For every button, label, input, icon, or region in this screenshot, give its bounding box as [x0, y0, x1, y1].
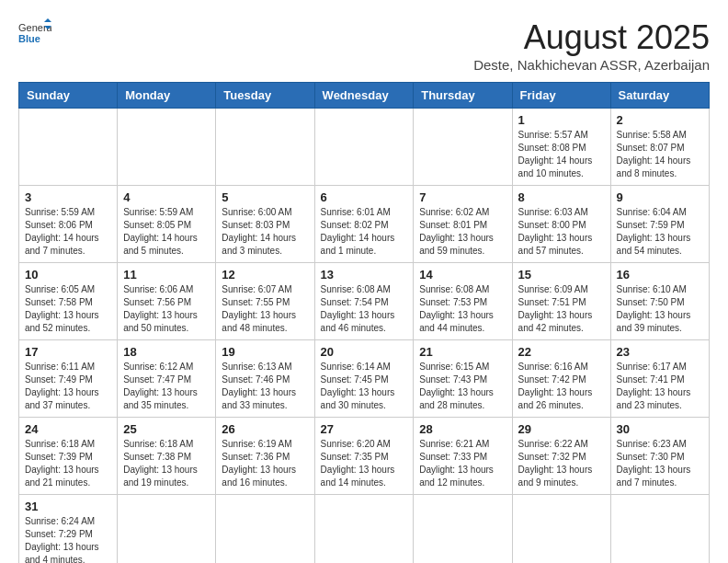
day-info: Sunrise: 5:59 AM Sunset: 8:06 PM Dayligh…: [25, 206, 111, 258]
logo: General Blue: [18, 18, 51, 44]
day-number: 7: [419, 190, 506, 204]
day-number: 12: [222, 268, 308, 282]
calendar-cell: [19, 109, 118, 186]
calendar-table: Sunday Monday Tuesday Wednesday Thursday…: [18, 82, 710, 563]
day-info: Sunrise: 6:17 AM Sunset: 7:41 PM Dayligh…: [617, 361, 703, 412]
calendar-cell: [216, 109, 314, 186]
calendar-week-row-3: 17Sunrise: 6:11 AM Sunset: 7:49 PM Dayli…: [19, 340, 710, 418]
svg-marker-2: [44, 18, 51, 22]
day-info: Sunrise: 6:08 AM Sunset: 7:53 PM Dayligh…: [419, 283, 506, 335]
calendar-cell: [314, 109, 414, 186]
calendar-week-row-1: 3Sunrise: 5:59 AM Sunset: 8:06 PM Daylig…: [19, 186, 710, 263]
calendar-cell: 22Sunrise: 6:16 AM Sunset: 7:42 PM Dayli…: [512, 340, 610, 418]
day-info: Sunrise: 6:02 AM Sunset: 8:01 PM Dayligh…: [419, 206, 506, 258]
col-wednesday: Wednesday: [314, 83, 414, 109]
month-title: August 2025: [473, 18, 710, 57]
day-info: Sunrise: 6:04 AM Sunset: 7:59 PM Dayligh…: [617, 206, 703, 258]
day-info: Sunrise: 6:14 AM Sunset: 7:45 PM Dayligh…: [321, 361, 408, 412]
day-info: Sunrise: 6:08 AM Sunset: 7:54 PM Dayligh…: [321, 283, 408, 335]
calendar-cell: 1Sunrise: 5:57 AM Sunset: 8:08 PM Daylig…: [512, 109, 610, 186]
calendar-cell: 23Sunrise: 6:17 AM Sunset: 7:41 PM Dayli…: [610, 340, 709, 418]
day-number: 18: [123, 345, 210, 359]
calendar-cell: [118, 109, 216, 186]
calendar-cell: 24Sunrise: 6:18 AM Sunset: 7:39 PM Dayli…: [19, 418, 118, 495]
day-number: 19: [222, 345, 308, 359]
day-number: 28: [419, 422, 506, 436]
day-info: Sunrise: 6:11 AM Sunset: 7:49 PM Dayligh…: [25, 361, 111, 412]
day-info: Sunrise: 6:06 AM Sunset: 7:56 PM Dayligh…: [123, 283, 210, 335]
day-number: 21: [419, 345, 506, 359]
col-saturday: Saturday: [610, 83, 709, 109]
calendar-header-row: Sunday Monday Tuesday Wednesday Thursday…: [19, 83, 710, 109]
calendar-cell: 12Sunrise: 6:07 AM Sunset: 7:55 PM Dayli…: [216, 263, 314, 340]
calendar-week-row-5: 31Sunrise: 6:24 AM Sunset: 7:29 PM Dayli…: [19, 495, 710, 564]
day-info: Sunrise: 6:10 AM Sunset: 7:50 PM Dayligh…: [617, 283, 703, 335]
day-number: 23: [617, 345, 703, 359]
header: General Blue August 2025 Deste, Nakhiche…: [18, 18, 710, 73]
day-info: Sunrise: 6:18 AM Sunset: 7:38 PM Dayligh…: [123, 438, 210, 489]
day-number: 15: [518, 268, 605, 282]
location-subtitle: Deste, Nakhichevan ASSR, Azerbaijan: [473, 57, 710, 73]
calendar-week-row-2: 10Sunrise: 6:05 AM Sunset: 7:58 PM Dayli…: [19, 263, 710, 340]
day-number: 24: [25, 422, 111, 436]
calendar-cell: 17Sunrise: 6:11 AM Sunset: 7:49 PM Dayli…: [19, 340, 118, 418]
day-info: Sunrise: 6:09 AM Sunset: 7:51 PM Dayligh…: [518, 283, 605, 335]
calendar-week-row-0: 1Sunrise: 5:57 AM Sunset: 8:08 PM Daylig…: [19, 109, 710, 186]
day-info: Sunrise: 6:07 AM Sunset: 7:55 PM Dayligh…: [222, 283, 308, 335]
svg-text:Blue: Blue: [18, 33, 40, 44]
calendar-cell: 8Sunrise: 6:03 AM Sunset: 8:00 PM Daylig…: [512, 186, 610, 263]
day-info: Sunrise: 6:03 AM Sunset: 8:00 PM Dayligh…: [518, 206, 605, 258]
calendar-cell: 20Sunrise: 6:14 AM Sunset: 7:45 PM Dayli…: [314, 340, 414, 418]
calendar-week-row-4: 24Sunrise: 6:18 AM Sunset: 7:39 PM Dayli…: [19, 418, 710, 495]
day-number: 5: [222, 190, 308, 204]
day-number: 3: [25, 190, 111, 204]
day-number: 25: [123, 422, 210, 436]
calendar-cell: 19Sunrise: 6:13 AM Sunset: 7:46 PM Dayli…: [216, 340, 314, 418]
day-number: 2: [617, 113, 703, 127]
calendar-cell: 13Sunrise: 6:08 AM Sunset: 7:54 PM Dayli…: [314, 263, 414, 340]
day-number: 10: [25, 268, 111, 282]
calendar-cell: [414, 495, 512, 564]
day-info: Sunrise: 6:15 AM Sunset: 7:43 PM Dayligh…: [419, 361, 506, 412]
day-number: 1: [518, 113, 605, 127]
col-thursday: Thursday: [414, 83, 512, 109]
day-info: Sunrise: 6:13 AM Sunset: 7:46 PM Dayligh…: [222, 361, 308, 412]
day-number: 27: [321, 422, 408, 436]
calendar-cell: [118, 495, 216, 564]
calendar-cell: 25Sunrise: 6:18 AM Sunset: 7:38 PM Dayli…: [118, 418, 216, 495]
day-info: Sunrise: 6:24 AM Sunset: 7:29 PM Dayligh…: [25, 515, 111, 563]
calendar-cell: 26Sunrise: 6:19 AM Sunset: 7:36 PM Dayli…: [216, 418, 314, 495]
day-number: 8: [518, 190, 605, 204]
calendar-cell: 27Sunrise: 6:20 AM Sunset: 7:35 PM Dayli…: [314, 418, 414, 495]
day-info: Sunrise: 6:21 AM Sunset: 7:33 PM Dayligh…: [419, 438, 506, 489]
day-info: Sunrise: 6:05 AM Sunset: 7:58 PM Dayligh…: [25, 283, 111, 335]
day-info: Sunrise: 6:18 AM Sunset: 7:39 PM Dayligh…: [25, 438, 111, 489]
day-info: Sunrise: 6:22 AM Sunset: 7:32 PM Dayligh…: [518, 438, 605, 489]
day-number: 26: [222, 422, 308, 436]
day-info: Sunrise: 6:16 AM Sunset: 7:42 PM Dayligh…: [518, 361, 605, 412]
day-number: 22: [518, 345, 605, 359]
day-info: Sunrise: 5:58 AM Sunset: 8:07 PM Dayligh…: [617, 129, 703, 180]
calendar-cell: [414, 109, 512, 186]
calendar-cell: 15Sunrise: 6:09 AM Sunset: 7:51 PM Dayli…: [512, 263, 610, 340]
calendar-cell: 16Sunrise: 6:10 AM Sunset: 7:50 PM Dayli…: [610, 263, 709, 340]
calendar-cell: 30Sunrise: 6:23 AM Sunset: 7:30 PM Dayli…: [610, 418, 709, 495]
day-info: Sunrise: 5:59 AM Sunset: 8:05 PM Dayligh…: [123, 206, 210, 258]
day-number: 17: [25, 345, 111, 359]
title-area: August 2025 Deste, Nakhichevan ASSR, Aze…: [473, 18, 710, 73]
col-sunday: Sunday: [19, 83, 118, 109]
day-number: 13: [321, 268, 408, 282]
day-info: Sunrise: 6:12 AM Sunset: 7:47 PM Dayligh…: [123, 361, 210, 412]
day-info: Sunrise: 6:20 AM Sunset: 7:35 PM Dayligh…: [321, 438, 408, 489]
calendar-cell: [512, 495, 610, 564]
day-number: 6: [321, 190, 408, 204]
day-number: 31: [25, 500, 111, 513]
day-number: 30: [617, 422, 703, 436]
calendar-cell: [216, 495, 314, 564]
day-number: 9: [617, 190, 703, 204]
calendar-cell: 11Sunrise: 6:06 AM Sunset: 7:56 PM Dayli…: [118, 263, 216, 340]
day-number: 4: [123, 190, 210, 204]
day-info: Sunrise: 6:00 AM Sunset: 8:03 PM Dayligh…: [222, 206, 308, 258]
col-monday: Monday: [118, 83, 216, 109]
calendar-cell: 5Sunrise: 6:00 AM Sunset: 8:03 PM Daylig…: [216, 186, 314, 263]
